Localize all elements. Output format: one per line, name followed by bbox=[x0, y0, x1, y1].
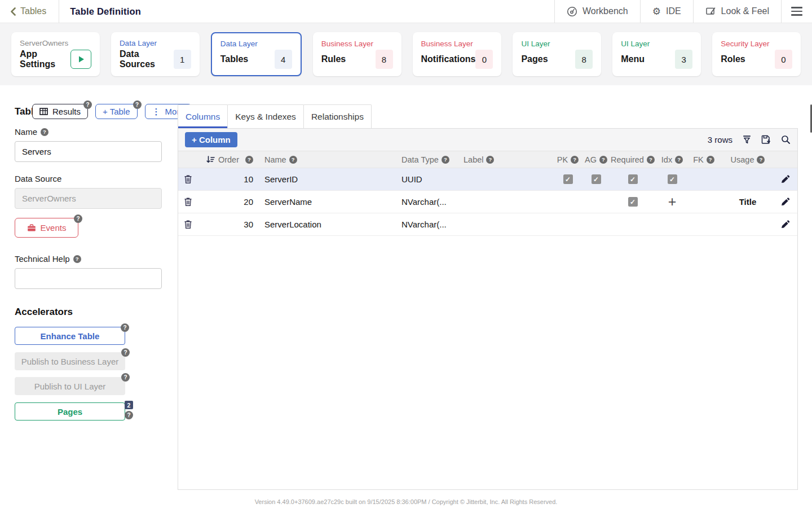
order-value: 30 bbox=[203, 213, 258, 235]
help-icon[interactable] bbox=[125, 411, 133, 419]
help-icon[interactable] bbox=[245, 156, 253, 164]
pk-checkbox[interactable] bbox=[563, 174, 573, 184]
table-grid-icon bbox=[39, 108, 48, 115]
menu-item-workbench[interactable]: Workbench bbox=[555, 0, 640, 23]
data-type-value: UUID bbox=[398, 168, 459, 190]
search-icon[interactable] bbox=[781, 135, 791, 144]
label-value bbox=[459, 213, 554, 235]
columns-toolbar: + Column 3 rows bbox=[178, 129, 797, 151]
publish-to-ui-layer-button: Publish to UI Layer bbox=[15, 377, 125, 395]
tab-relationships[interactable]: Relationships bbox=[303, 104, 372, 128]
pages-button[interactable]: Pages 2 bbox=[15, 402, 125, 421]
menu-item-look-and-feel[interactable]: Look & Feel bbox=[694, 0, 781, 23]
usage-value bbox=[718, 168, 777, 190]
menu-item-ide[interactable]: ⚙ IDE bbox=[641, 0, 693, 23]
data-source-field-label: Data Source bbox=[15, 174, 61, 183]
divider bbox=[59, 0, 59, 23]
required-checkbox[interactable] bbox=[628, 174, 638, 184]
data-source-input bbox=[15, 188, 162, 209]
events-button[interactable]: Events bbox=[15, 218, 78, 238]
edit-row-icon[interactable] bbox=[780, 220, 790, 229]
version-footer: Version 4.49.0+37609.ae27c29c built on 9… bbox=[0, 498, 812, 505]
briefcase-icon bbox=[27, 224, 36, 232]
look-and-feel-icon bbox=[705, 6, 716, 16]
count-badge: 0 bbox=[775, 50, 792, 69]
card-tables[interactable]: Data Layer Tables 4 bbox=[211, 32, 302, 76]
idx-checkbox[interactable] bbox=[668, 174, 677, 184]
edit-row-icon[interactable] bbox=[780, 174, 790, 184]
enhance-table-button[interactable]: Enhance Table bbox=[15, 327, 125, 345]
label-value bbox=[459, 168, 554, 190]
delete-row-icon[interactable] bbox=[184, 220, 192, 229]
hamburger-menu-icon[interactable] bbox=[782, 7, 812, 16]
card-data-sources[interactable]: Data Layer Data Sources 1 bbox=[111, 32, 200, 76]
edit-row-icon[interactable] bbox=[780, 197, 790, 207]
help-icon[interactable] bbox=[73, 255, 81, 263]
data-type-value: NVarchar(... bbox=[398, 191, 459, 213]
help-icon[interactable] bbox=[83, 100, 92, 109]
gear-icon: ⚙ bbox=[652, 7, 661, 16]
card-menu[interactable]: UI Layer Menu 3 bbox=[612, 32, 701, 76]
data-type-value: NVarchar(... bbox=[398, 213, 459, 235]
column-name: ServerLocation bbox=[258, 213, 398, 235]
usage-value bbox=[718, 213, 777, 235]
help-icon[interactable] bbox=[599, 156, 607, 164]
delete-row-icon[interactable] bbox=[184, 174, 192, 184]
table-row: 20 ServerName NVarchar(... Title bbox=[178, 191, 797, 213]
tab-columns[interactable]: Columns bbox=[178, 104, 228, 128]
help-icon[interactable] bbox=[74, 214, 82, 223]
filter-icon[interactable] bbox=[742, 135, 752, 144]
delete-row-icon[interactable] bbox=[184, 197, 192, 207]
help-icon[interactable] bbox=[571, 156, 579, 164]
count-badge: 4 bbox=[275, 50, 292, 69]
add-index-icon[interactable] bbox=[668, 195, 677, 209]
order-value: 20 bbox=[203, 191, 258, 213]
table-row: 10 ServerID UUID bbox=[178, 168, 797, 191]
help-icon[interactable] bbox=[289, 156, 297, 164]
card-pages[interactable]: UI Layer Pages 8 bbox=[513, 32, 601, 76]
column-name: ServerID bbox=[258, 168, 398, 190]
back-to-tables-button[interactable]: Tables bbox=[0, 0, 59, 23]
sort-icon[interactable] bbox=[206, 156, 215, 164]
columns-table-header: Order Name Data Type Label PK AG Require… bbox=[178, 151, 797, 168]
name-field-label: Name bbox=[15, 127, 48, 137]
help-icon[interactable] bbox=[41, 128, 48, 136]
help-icon[interactable] bbox=[675, 156, 683, 164]
order-value: 10 bbox=[203, 168, 258, 190]
help-icon[interactable] bbox=[757, 156, 765, 164]
table-row: 30 ServerLocation NVarchar(... bbox=[178, 213, 797, 236]
ag-checkbox[interactable] bbox=[592, 174, 601, 184]
help-icon[interactable] bbox=[486, 156, 494, 164]
workbench-icon bbox=[567, 6, 577, 17]
layer-card-strip: ServerOwners App Settings Data Layer Dat… bbox=[0, 23, 812, 85]
name-input[interactable] bbox=[15, 141, 162, 162]
count-badge: 1 bbox=[174, 50, 191, 69]
save-export-icon[interactable] bbox=[761, 135, 771, 144]
pages-count-badge: 2 bbox=[125, 401, 133, 409]
publish-to-business-layer-button: Publish to Business Layer bbox=[15, 352, 125, 370]
help-icon[interactable] bbox=[121, 373, 130, 382]
card-rules[interactable]: Business Layer Rules 8 bbox=[313, 32, 401, 76]
help-icon[interactable] bbox=[707, 156, 714, 164]
card-roles[interactable]: Security Layer Roles 0 bbox=[712, 32, 801, 76]
columns-panel: + Column 3 rows Order Name Data Type Lab… bbox=[178, 128, 798, 490]
required-checkbox[interactable] bbox=[628, 197, 638, 207]
tab-keys-indexes[interactable]: Keys & Indexes bbox=[227, 104, 304, 128]
run-app-button[interactable] bbox=[70, 50, 91, 69]
count-badge: 8 bbox=[575, 50, 593, 69]
technical-help-input[interactable] bbox=[15, 268, 162, 289]
help-icon[interactable] bbox=[647, 156, 655, 164]
help-icon[interactable] bbox=[121, 323, 129, 332]
label-value bbox=[459, 191, 554, 213]
add-table-button[interactable]: + Table bbox=[95, 104, 138, 119]
back-label: Tables bbox=[20, 6, 46, 16]
add-column-button[interactable]: + Column bbox=[185, 132, 237, 147]
table-actions: Results + Table ⋮ More bbox=[32, 104, 192, 119]
results-button[interactable]: Results bbox=[32, 104, 88, 119]
help-icon[interactable] bbox=[133, 100, 142, 109]
card-app-settings[interactable]: ServerOwners App Settings bbox=[11, 32, 100, 76]
help-icon[interactable] bbox=[121, 348, 130, 357]
help-icon[interactable] bbox=[442, 156, 449, 164]
card-notifications[interactable]: Business Layer Notifications 0 bbox=[413, 32, 502, 76]
column-name: ServerName bbox=[258, 191, 398, 213]
